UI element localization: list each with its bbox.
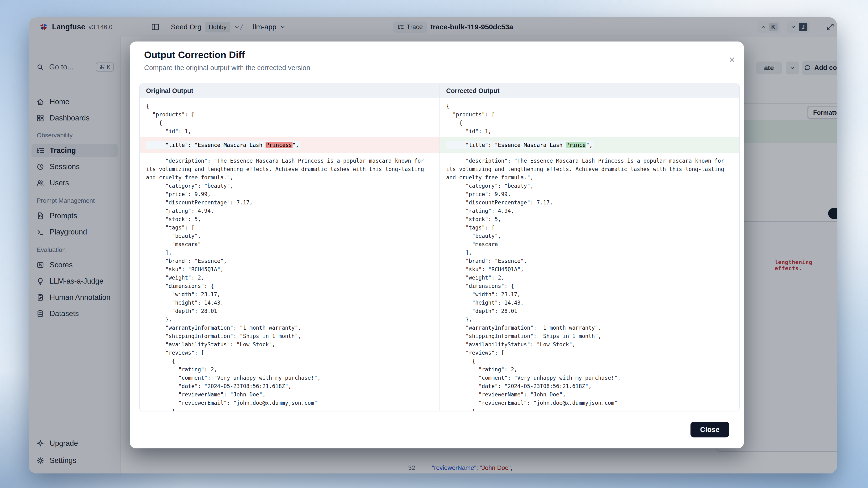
original-output-header: Original Output bbox=[140, 84, 439, 98]
diff-line-removed: "title": "Essence Mascara Lash Princess"… bbox=[140, 137, 439, 153]
modal-close-button[interactable] bbox=[727, 55, 737, 64]
modal-subtitle: Compare the original output with the cor… bbox=[144, 64, 310, 72]
app-window: Langfuse v3.146.0 Seed Org Hobby / llm-a… bbox=[29, 17, 837, 474]
removed-word: Princess bbox=[266, 142, 292, 148]
diff-header-row: Original Output Corrected Output bbox=[140, 84, 739, 98]
original-output-panel: { "products": [ { "id": 1, "title": "Ess… bbox=[140, 98, 439, 411]
json-before: { "products": [ { "id": 1, bbox=[440, 98, 739, 135]
close-button[interactable]: Close bbox=[690, 422, 729, 437]
json-after: "description": "The Essence Mascara Lash… bbox=[140, 155, 439, 411]
diff-container: Original Output Corrected Output { "prod… bbox=[140, 84, 740, 412]
output-correction-diff-modal: Output Correction Diff Compare the origi… bbox=[130, 41, 744, 448]
added-word: Prince bbox=[566, 142, 586, 148]
json-before: { "products": [ { "id": 1, bbox=[140, 98, 439, 135]
diff-line-added: "title": "Essence Mascara Lash Prince", bbox=[440, 137, 739, 153]
modal-title: Output Correction Diff bbox=[144, 50, 245, 60]
corrected-output-header: Corrected Output bbox=[439, 84, 739, 98]
close-icon bbox=[728, 56, 736, 63]
diff-body: { "products": [ { "id": 1, "title": "Ess… bbox=[140, 98, 739, 411]
json-after: "description": "The Essence Mascara Lash… bbox=[440, 155, 739, 411]
corrected-output-panel: { "products": [ { "id": 1, "title": "Ess… bbox=[439, 98, 739, 411]
